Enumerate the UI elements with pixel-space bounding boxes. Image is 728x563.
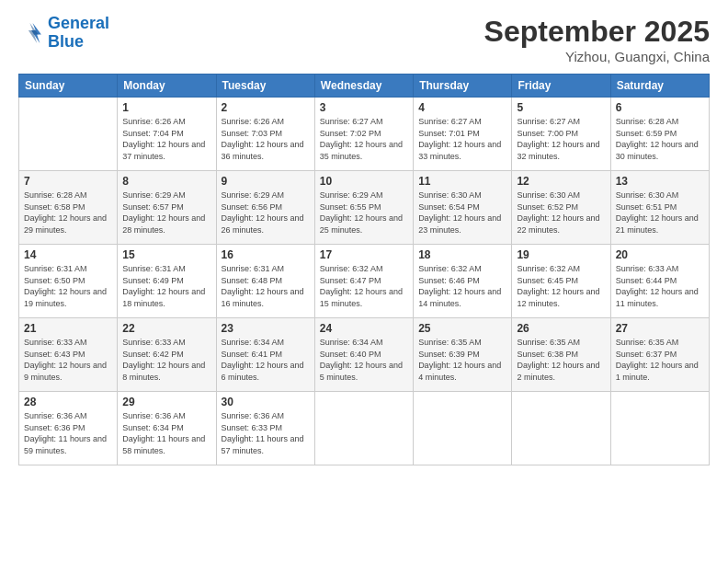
month-title: September 2025 — [484, 15, 710, 49]
day-info: Sunrise: 6:27 AMSunset: 7:01 PMDaylight:… — [418, 116, 506, 162]
table-row: 9Sunrise: 6:29 AMSunset: 6:56 PMDaylight… — [216, 171, 314, 245]
day-info: Sunrise: 6:33 AMSunset: 6:43 PMDaylight:… — [24, 337, 112, 383]
table-row: 2Sunrise: 6:26 AMSunset: 7:03 PMDaylight… — [216, 98, 314, 171]
calendar-body: 1Sunrise: 6:26 AMSunset: 7:04 PMDaylight… — [19, 98, 710, 465]
table-row: 13Sunrise: 6:30 AMSunset: 6:51 PMDayligh… — [610, 171, 709, 245]
day-number: 1 — [122, 101, 210, 114]
table-row — [610, 392, 709, 465]
table-row: 23Sunrise: 6:34 AMSunset: 6:41 PMDayligh… — [216, 318, 314, 392]
day-info: Sunrise: 6:30 AMSunset: 6:52 PMDaylight:… — [517, 190, 605, 236]
day-number: 16 — [222, 248, 310, 261]
table-row: 1Sunrise: 6:26 AMSunset: 7:04 PMDaylight… — [118, 98, 216, 171]
calendar-header: Sunday Monday Tuesday Wednesday Thursday… — [19, 75, 710, 98]
day-info: Sunrise: 6:31 AMSunset: 6:48 PMDaylight:… — [222, 263, 310, 309]
day-info: Sunrise: 6:31 AMSunset: 6:50 PMDaylight:… — [24, 263, 112, 309]
table-row: 30Sunrise: 6:36 AMSunset: 6:33 PMDayligh… — [216, 392, 314, 465]
table-row: 22Sunrise: 6:33 AMSunset: 6:42 PMDayligh… — [118, 318, 216, 392]
day-info: Sunrise: 6:26 AMSunset: 7:04 PMDaylight:… — [122, 116, 210, 162]
day-info: Sunrise: 6:33 AMSunset: 6:42 PMDaylight:… — [122, 337, 210, 383]
location-subtitle: Yizhou, Guangxi, China — [484, 49, 710, 64]
day-number: 18 — [418, 248, 506, 261]
calendar-table: Sunday Monday Tuesday Wednesday Thursday… — [18, 74, 710, 465]
logo-general: General — [48, 14, 109, 32]
day-number: 23 — [222, 322, 310, 335]
day-info: Sunrise: 6:30 AMSunset: 6:51 PMDaylight:… — [616, 190, 704, 236]
day-number: 22 — [122, 322, 210, 335]
day-info: Sunrise: 6:32 AMSunset: 6:46 PMDaylight:… — [418, 263, 506, 309]
table-row — [314, 392, 413, 465]
day-number: 13 — [616, 175, 704, 188]
day-number: 17 — [320, 248, 408, 261]
table-row: 10Sunrise: 6:29 AMSunset: 6:55 PMDayligh… — [314, 171, 413, 245]
day-info: Sunrise: 6:35 AMSunset: 6:39 PMDaylight:… — [418, 337, 506, 383]
table-row: 6Sunrise: 6:28 AMSunset: 6:59 PMDaylight… — [610, 98, 709, 171]
table-row: 29Sunrise: 6:36 AMSunset: 6:34 PMDayligh… — [118, 392, 216, 465]
day-number: 28 — [24, 396, 112, 408]
calendar-week-row: 21Sunrise: 6:33 AMSunset: 6:43 PMDayligh… — [19, 318, 710, 392]
table-row: 25Sunrise: 6:35 AMSunset: 6:39 PMDayligh… — [414, 318, 512, 392]
day-number: 19 — [517, 248, 605, 261]
table-row: 5Sunrise: 6:27 AMSunset: 7:00 PMDaylight… — [512, 98, 610, 171]
day-info: Sunrise: 6:31 AMSunset: 6:49 PMDaylight:… — [122, 263, 210, 309]
day-number: 3 — [320, 101, 408, 114]
day-info: Sunrise: 6:29 AMSunset: 6:55 PMDaylight:… — [320, 190, 408, 236]
table-row: 16Sunrise: 6:31 AMSunset: 6:48 PMDayligh… — [216, 245, 314, 318]
logo-text: General Blue — [48, 15, 109, 52]
table-row: 18Sunrise: 6:32 AMSunset: 6:46 PMDayligh… — [414, 245, 512, 318]
table-row: 27Sunrise: 6:35 AMSunset: 6:37 PMDayligh… — [610, 318, 709, 392]
day-info: Sunrise: 6:33 AMSunset: 6:44 PMDaylight:… — [616, 263, 704, 309]
day-number: 14 — [24, 248, 112, 261]
day-info: Sunrise: 6:26 AMSunset: 7:03 PMDaylight:… — [222, 116, 310, 162]
day-number: 29 — [122, 396, 210, 408]
table-row: 4Sunrise: 6:27 AMSunset: 7:01 PMDaylight… — [414, 98, 512, 171]
day-number: 5 — [517, 101, 605, 114]
day-number: 2 — [222, 101, 310, 114]
calendar-week-row: 28Sunrise: 6:36 AMSunset: 6:36 PMDayligh… — [19, 392, 710, 465]
day-number: 4 — [418, 101, 506, 114]
calendar-week-row: 1Sunrise: 6:26 AMSunset: 7:04 PMDaylight… — [19, 98, 710, 171]
day-number: 6 — [616, 101, 704, 114]
table-row: 21Sunrise: 6:33 AMSunset: 6:43 PMDayligh… — [19, 318, 118, 392]
day-info: Sunrise: 6:36 AMSunset: 6:33 PMDaylight:… — [222, 410, 310, 456]
table-row — [512, 392, 610, 465]
day-info: Sunrise: 6:35 AMSunset: 6:38 PMDaylight:… — [517, 337, 605, 383]
day-number: 25 — [418, 322, 506, 335]
day-number: 21 — [24, 322, 112, 335]
table-row — [414, 392, 512, 465]
day-number: 7 — [24, 175, 112, 188]
table-row: 14Sunrise: 6:31 AMSunset: 6:50 PMDayligh… — [19, 245, 118, 318]
table-row: 26Sunrise: 6:35 AMSunset: 6:38 PMDayligh… — [512, 318, 610, 392]
header-monday: Monday — [118, 75, 216, 98]
day-info: Sunrise: 6:36 AMSunset: 6:36 PMDaylight:… — [24, 410, 112, 456]
day-number: 20 — [616, 248, 704, 261]
day-info: Sunrise: 6:28 AMSunset: 6:59 PMDaylight:… — [616, 116, 704, 162]
day-number: 24 — [320, 322, 408, 335]
day-number: 27 — [616, 322, 704, 335]
day-info: Sunrise: 6:34 AMSunset: 6:41 PMDaylight:… — [222, 337, 310, 383]
table-row: 24Sunrise: 6:34 AMSunset: 6:40 PMDayligh… — [314, 318, 413, 392]
table-row: 28Sunrise: 6:36 AMSunset: 6:36 PMDayligh… — [19, 392, 118, 465]
day-number: 11 — [418, 175, 506, 188]
table-row: 8Sunrise: 6:29 AMSunset: 6:57 PMDaylight… — [118, 171, 216, 245]
logo: General Blue — [18, 15, 109, 52]
day-number: 30 — [222, 396, 310, 408]
table-row: 19Sunrise: 6:32 AMSunset: 6:45 PMDayligh… — [512, 245, 610, 318]
calendar-week-row: 14Sunrise: 6:31 AMSunset: 6:50 PMDayligh… — [19, 245, 710, 318]
logo-icon — [18, 20, 44, 46]
header-thursday: Thursday — [414, 75, 512, 98]
day-info: Sunrise: 6:28 AMSunset: 6:58 PMDaylight:… — [24, 190, 112, 236]
table-row: 3Sunrise: 6:27 AMSunset: 7:02 PMDaylight… — [314, 98, 413, 171]
day-info: Sunrise: 6:27 AMSunset: 7:00 PMDaylight:… — [517, 116, 605, 162]
day-number: 26 — [517, 322, 605, 335]
day-info: Sunrise: 6:29 AMSunset: 6:57 PMDaylight:… — [122, 190, 210, 236]
title-block: September 2025 Yizhou, Guangxi, China — [484, 15, 710, 64]
day-info: Sunrise: 6:35 AMSunset: 6:37 PMDaylight:… — [616, 337, 704, 383]
day-number: 12 — [517, 175, 605, 188]
page: General Blue September 2025 Yizhou, Guan… — [0, 0, 728, 563]
day-info: Sunrise: 6:34 AMSunset: 6:40 PMDaylight:… — [320, 337, 408, 383]
day-info: Sunrise: 6:30 AMSunset: 6:54 PMDaylight:… — [418, 190, 506, 236]
calendar-week-row: 7Sunrise: 6:28 AMSunset: 6:58 PMDaylight… — [19, 171, 710, 245]
day-number: 8 — [122, 175, 210, 188]
table-row: 17Sunrise: 6:32 AMSunset: 6:47 PMDayligh… — [314, 245, 413, 318]
table-row: 7Sunrise: 6:28 AMSunset: 6:58 PMDaylight… — [19, 171, 118, 245]
